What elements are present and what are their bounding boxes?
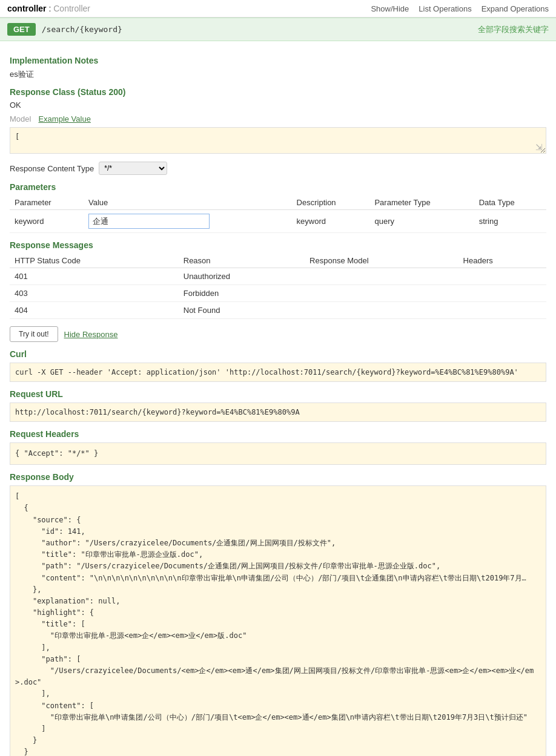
get-bar-left: GET /search/{keyword} — [7, 23, 122, 36]
action-buttons: Try it out! Hide Response — [10, 326, 546, 342]
resp-headers — [458, 285, 546, 302]
response-content-type-label: Response Content Type — [10, 164, 94, 173]
request-url-content: http://localhost:7011/search/{keyword}?k… — [10, 403, 546, 422]
param-value-cell[interactable] — [84, 210, 292, 233]
param-col-param-type: Parameter Type — [369, 196, 474, 210]
response-messages-table: HTTP Status Code Reason Response Model H… — [10, 254, 546, 319]
curl-section: Curl curl -X GET --header 'Accept: appli… — [10, 349, 546, 382]
request-url-section: Request URL http://localhost:7011/search… — [10, 389, 546, 422]
resp-reason: Not Found — [179, 302, 305, 319]
request-headers-title: Request Headers — [10, 429, 546, 439]
response-body-title: Response Body — [10, 472, 546, 482]
get-path: /search/{keyword} — [42, 25, 122, 34]
resp-reason: Forbidden — [179, 285, 305, 302]
hide-response-button[interactable]: Hide Response — [64, 330, 118, 339]
response-class-title: Response Class (Status 200) — [10, 87, 546, 97]
param-type: query — [369, 210, 474, 233]
response-messages-section: Response Messages HTTP Status Code Reaso… — [10, 240, 546, 319]
param-col-data-type: Data Type — [474, 196, 546, 210]
response-content-type-select[interactable]: */* application/json — [99, 162, 167, 175]
model-tabs: Model Example Value — [10, 114, 546, 123]
header-nav: Show/Hide List Operations Expand Operati… — [371, 4, 549, 13]
controller-text-label: Controller — [53, 4, 90, 13]
response-messages-title: Response Messages — [10, 240, 546, 250]
controller-bold-label: controller — [7, 4, 47, 13]
main-content: Implementation Notes es验证 Response Class… — [0, 41, 556, 756]
request-headers-content: { "Accept": "*/*" } — [10, 442, 546, 465]
implementation-notes-title: Implementation Notes — [10, 56, 546, 65]
resp-col-reason: Reason — [179, 254, 305, 268]
parameters-table: Parameter Value Description Parameter Ty… — [10, 196, 546, 233]
header-title: controller : Controller — [7, 4, 90, 13]
show-hide-link[interactable]: Show/Hide — [371, 4, 409, 13]
param-data-type: string — [474, 210, 546, 233]
resp-col-headers: Headers — [458, 254, 546, 268]
resp-col-model: Response Model — [305, 254, 458, 268]
resp-code: 403 — [10, 285, 179, 302]
implementation-notes-body: es验证 — [10, 69, 546, 80]
parameters-section: Parameters Parameter Value Description P… — [10, 182, 546, 233]
curl-content: curl -X GET --header 'Accept: applicatio… — [10, 363, 546, 382]
param-description: keyword — [292, 210, 370, 233]
param-col-parameter: Parameter — [10, 196, 84, 210]
get-bar: GET /search/{keyword} 全部字段搜索关键字 — [0, 18, 556, 41]
expand-operations-link[interactable]: Expand Operations — [482, 4, 549, 13]
resp-headers — [458, 268, 546, 285]
model-tab-label[interactable]: Model — [10, 114, 31, 123]
parameters-header-row: Parameter Value Description Parameter Ty… — [10, 196, 546, 210]
param-value-input[interactable] — [88, 214, 210, 229]
resp-model — [305, 302, 458, 319]
resp-model — [305, 268, 458, 285]
example-value-box[interactable]: [ — [10, 127, 546, 154]
resp-headers — [458, 302, 546, 319]
list-operations-link[interactable]: List Operations — [419, 4, 471, 13]
curl-title: Curl — [10, 349, 546, 359]
example-value-tab[interactable]: Example Value — [38, 114, 90, 123]
table-row: 404 Not Found — [10, 302, 546, 319]
request-url-title: Request URL — [10, 389, 546, 399]
table-row: keyword keyword query string — [10, 210, 546, 233]
resp-code: 404 — [10, 302, 179, 319]
response-messages-header-row: HTTP Status Code Reason Response Model H… — [10, 254, 546, 268]
get-description: 全部字段搜索关键字 — [478, 24, 549, 35]
response-content-type: Response Content Type */* application/js… — [10, 162, 546, 175]
param-col-value: Value — [84, 196, 292, 210]
resp-reason: Unauthorized — [179, 268, 305, 285]
resp-model — [305, 285, 458, 302]
table-row: 403 Forbidden — [10, 285, 546, 302]
request-headers-section: Request Headers { "Accept": "*/*" } — [10, 429, 546, 465]
parameters-title: Parameters — [10, 182, 546, 192]
try-it-out-button[interactable]: Try it out! — [10, 326, 58, 342]
response-body-section: Response Body [ { "source": { "id": 141,… — [10, 472, 546, 756]
response-class: Response Class (Status 200) OK — [10, 87, 546, 110]
response-class-body: OK — [10, 100, 546, 110]
param-col-description: Description — [292, 196, 370, 210]
table-row: 401 Unauthorized — [10, 268, 546, 285]
header: controller : Controller Show/Hide List O… — [0, 0, 556, 18]
param-name: keyword — [10, 210, 84, 233]
get-badge[interactable]: GET — [7, 23, 36, 36]
resp-col-code: HTTP Status Code — [10, 254, 179, 268]
response-body-content: [ { "source": { "id": 141, "author": "/U… — [10, 485, 546, 756]
resp-code: 401 — [10, 268, 179, 285]
implementation-notes: Implementation Notes es验证 — [10, 56, 546, 80]
